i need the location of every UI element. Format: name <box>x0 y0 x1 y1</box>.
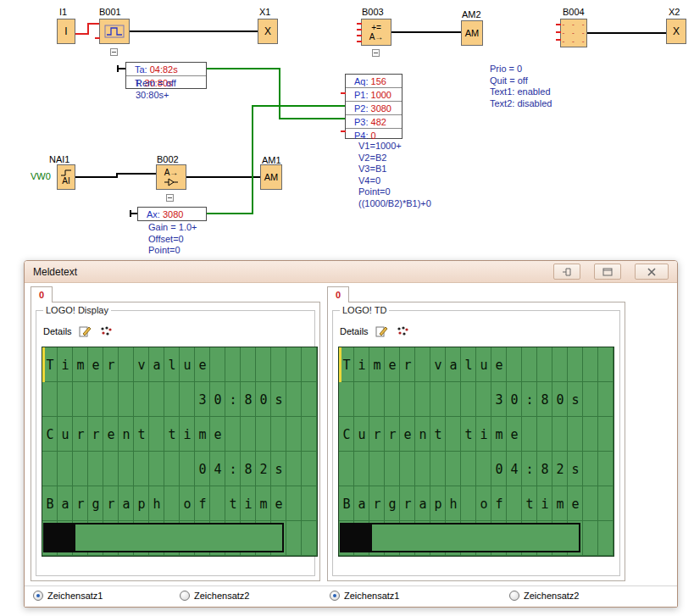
lcd-char: m <box>552 486 568 521</box>
wire-nai1-b002[interactable] <box>75 174 156 177</box>
block-b002-amplifier[interactable]: A→ <box>156 164 186 190</box>
text-line: V3=B1 <box>358 164 431 175</box>
param-value: 1000 <box>371 90 391 100</box>
unconnected-pin <box>341 92 346 94</box>
lcd-char: i <box>537 486 552 521</box>
lcd-char: r <box>73 417 88 452</box>
block-am1[interactable]: AM <box>260 164 282 190</box>
lcd-char: i <box>354 347 369 382</box>
text-line: Gain = 1.0+ <box>148 222 197 234</box>
dialog-title: Meldetext <box>33 266 540 278</box>
lcd-char: o <box>476 486 491 521</box>
lcd-char: B <box>42 486 58 521</box>
b002-collapse-toggle[interactable] <box>166 194 174 202</box>
lcd-char: a <box>58 486 73 521</box>
lcd-char: 2 <box>552 452 568 486</box>
lcd-char: e <box>491 347 507 382</box>
block-x2-label: X2 <box>669 7 680 17</box>
block-b003-math[interactable]: += A→ <box>361 19 391 46</box>
lcd-char: r <box>88 417 103 452</box>
unconnected-pin <box>556 39 561 41</box>
text-line: ((1000/B2)*B1)+0 <box>358 198 431 210</box>
lcd-char: 0 <box>491 452 507 486</box>
tab-0-td[interactable]: 0 <box>327 286 349 302</box>
text-line: Point=0 <box>358 186 431 198</box>
radio-zeichensatz1-display[interactable]: Zeichensatz1 <box>33 591 103 601</box>
lcd-char: m <box>491 417 507 452</box>
block-b001-timer[interactable] <box>99 19 130 44</box>
lcd-char: e <box>210 417 225 452</box>
lcd-char: m <box>73 347 88 382</box>
lcd-char: l <box>164 347 180 382</box>
edit-icon[interactable] <box>77 323 93 339</box>
block-nai1-label: NAI1 <box>49 154 69 164</box>
unconnected-pin <box>95 37 100 39</box>
b003-collapse-toggle[interactable] <box>372 49 380 57</box>
lcd-char: e <box>271 486 286 521</box>
param-label: P2: <box>354 103 369 114</box>
block-am2[interactable]: AM <box>461 20 483 46</box>
param-row: Ax:3080 <box>138 208 206 220</box>
charset-icon[interactable] <box>98 323 114 339</box>
unconnected-pin <box>357 41 362 42</box>
lcd-char: r <box>400 486 415 521</box>
lcd-char: 8 <box>537 382 552 417</box>
lcd-char: g <box>88 486 103 521</box>
param-row: P1:1000 <box>346 88 402 102</box>
param-value: 482 <box>371 117 386 127</box>
radio-zeichensatz2-td[interactable]: Zeichensatz2 <box>509 591 579 601</box>
lcd-char: r <box>103 486 119 521</box>
b001-notes: Rem = off30:80s+ <box>136 78 176 101</box>
b001-collapse-toggle[interactable] <box>110 48 118 56</box>
unconnected-pin <box>357 29 362 31</box>
lcd-char: C <box>42 417 58 452</box>
lcd-bargraph-fill <box>341 524 372 551</box>
lcd-char: h <box>149 486 164 521</box>
b002-param-box[interactable]: Ax:3080 <box>137 207 207 221</box>
lcd-char: t <box>461 417 476 452</box>
lcd-char: i <box>58 347 73 382</box>
block-b002-label: B002 <box>157 154 179 164</box>
param-value: 3080 <box>163 209 183 219</box>
param-label: P3: <box>354 117 369 127</box>
lcd-char: 0 <box>507 382 522 417</box>
tab-0-display[interactable]: 0 <box>31 286 53 302</box>
block-nai1[interactable]: AI <box>57 164 75 190</box>
lcd-char: i <box>241 486 256 521</box>
block-am2-label: AM2 <box>462 9 481 19</box>
pin-button[interactable] <box>553 264 580 280</box>
lcd-char: 8 <box>241 382 256 417</box>
stub-b001-params <box>118 65 125 72</box>
lcd-char: e <box>400 417 415 452</box>
block-i1[interactable]: I <box>57 19 75 44</box>
text-line: Point=0 <box>148 245 197 257</box>
wire-i1-b001[interactable] <box>75 24 99 34</box>
restore-icon <box>602 268 613 276</box>
group-label: LOGO! Display <box>43 305 111 315</box>
param-row: Aq:156 <box>346 75 402 88</box>
lcd-display[interactable]: Timervalue30:80sCurrenttime04:82sBargrap… <box>42 347 318 557</box>
edit-icon[interactable] <box>374 323 390 339</box>
block-x1[interactable]: X <box>258 19 278 44</box>
radio-icon <box>509 591 519 601</box>
radio-zeichensatz1-td[interactable]: Zeichensatz1 <box>330 591 399 601</box>
lcd-char: a <box>149 347 164 382</box>
lcd-char: n <box>119 417 134 452</box>
lcd-char: e <box>385 347 400 382</box>
charset-radio-row: Zeichensatz1 Zeichensatz2 Zeichensatz1 Z… <box>25 585 677 608</box>
logo-td-panel: LOGO! TD Details <box>327 302 625 581</box>
radio-zeichensatz2-display[interactable]: Zeichensatz2 <box>180 591 249 601</box>
lcd-char: r <box>73 486 88 521</box>
block-x2[interactable]: X <box>666 19 686 44</box>
wire-ta-p3[interactable] <box>207 69 345 119</box>
lcd-char: m <box>256 486 271 521</box>
dialog-titlebar[interactable]: Meldetext <box>25 261 677 283</box>
close-button[interactable] <box>635 264 669 280</box>
charset-icon[interactable] <box>395 323 411 339</box>
restore-button[interactable] <box>594 264 621 280</box>
lcd-td-display[interactable]: Timervalue30:80sCurrenttime04:82sBargrap… <box>338 347 614 557</box>
b003-param-box[interactable]: Aq:156P1:1000P2:3080P3:482P4:0 <box>345 74 403 139</box>
lcd-char: a <box>119 486 134 521</box>
block-b004-messagetext[interactable]: - - -- - -- - - <box>560 19 587 47</box>
lcd-char: h <box>446 486 461 521</box>
